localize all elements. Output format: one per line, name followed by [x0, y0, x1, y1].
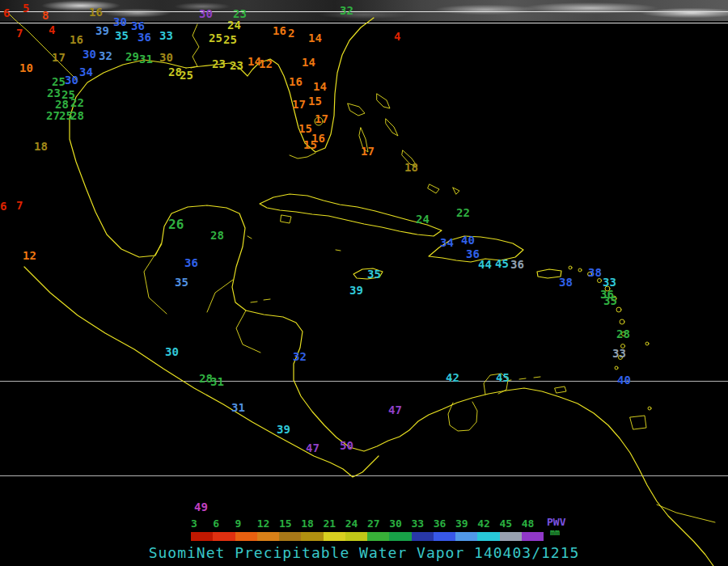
station-pwv-value: 36 [510, 259, 524, 270]
station-pwv-value: 40 [461, 234, 475, 246]
station-pwv-value: 22 [456, 207, 470, 218]
station-pwv-value: 10 [19, 62, 33, 74]
station-pwv-value: 30 [65, 74, 78, 86]
station-pwv-value: 32 [340, 5, 353, 16]
station-pwv-value: 44 [478, 259, 492, 270]
station-pwv-value: 14 [313, 81, 327, 92]
colorbar-segment [345, 532, 367, 541]
station-pwv-value: 49 [194, 501, 208, 513]
station-pwv-value: 45 [495, 258, 509, 269]
station-pwv-value: 31 [231, 402, 245, 413]
station-pwv-value: 32 [99, 50, 112, 61]
colorbar-ticks: 36912151821242730333639424548 [191, 517, 544, 530]
station-pwv-value: 15 [308, 95, 322, 107]
station-pwv-value: 36 [138, 32, 151, 43]
station-pwv-value: 24 [416, 213, 430, 225]
station-pwv-value: 17 [361, 146, 375, 157]
station-pwv-value: 45 [496, 372, 510, 383]
colorbar-segment [477, 532, 499, 541]
station-pwv-value: 12 [259, 58, 273, 70]
colorbar-segment [324, 532, 345, 541]
station-pwv-value: 7 [16, 200, 23, 211]
station-pwv-value: 25 [180, 70, 193, 81]
colorbar-gradient [191, 532, 544, 541]
colorbar-unit-sub-label: mm [550, 528, 560, 537]
station-pwv-value: 8 [42, 10, 49, 21]
station-pwv-value: 14 [308, 32, 322, 44]
station-pwv-value: 34 [79, 66, 93, 78]
station-pwv-value: 38 [588, 267, 602, 278]
station-pwv-value: 50 [340, 440, 353, 451]
map-title: SuomiNet Precipitable Water Vapor 140403… [0, 544, 728, 561]
station-pwv-value: 25 [209, 32, 222, 44]
colorbar-tick-label: 15 [279, 517, 301, 530]
colorbar-tick-label: 48 [522, 517, 544, 530]
station-pwv-value: 36 [131, 20, 145, 32]
station-pwv-value: 39 [349, 285, 363, 296]
station-pwv-value: 16 [289, 76, 303, 87]
station-pwv-value: 14 [302, 57, 315, 68]
station-pwv-value: 36 [184, 257, 198, 268]
station-pwv-value: 18 [34, 141, 48, 152]
station-pwv-value: 35 [115, 30, 129, 41]
station-pwv-value: 24 [227, 19, 241, 31]
station-pwv-value: 22 [70, 97, 84, 108]
station-pwv-value: 18 [404, 162, 418, 173]
station-pwv-value: 29 [125, 51, 139, 62]
colorbar-segment [301, 532, 323, 541]
station-pwv-value: 5 [23, 2, 29, 14]
colorbar-tick-label: 27 [367, 517, 389, 530]
station-pwv-value: 12 [23, 250, 36, 261]
colorbar-segment [434, 532, 455, 541]
station-pwv-value: 35 [603, 295, 617, 306]
station-pwv-value: 6 [3, 7, 10, 19]
station-pwv-value: 39 [277, 424, 290, 435]
colorbar-segment [500, 532, 522, 541]
stations-layer: 6587416161710186712303639353633303229313… [0, 0, 728, 566]
station-pwv-value: 47 [306, 442, 320, 454]
station-pwv-value: 4 [394, 31, 400, 42]
colorbar-tick-label: 9 [235, 517, 257, 530]
station-pwv-value: 30 [165, 346, 179, 357]
station-pwv-value: 26 [168, 218, 184, 231]
pwv-weather-map: 6587416161710186712303639353633303229313… [0, 0, 728, 566]
colorbar-tick-label: 21 [324, 517, 345, 530]
station-pwv-value: 4 [49, 24, 55, 36]
station-pwv-value: 25 [223, 34, 237, 45]
station-pwv-value: 16 [273, 25, 286, 36]
station-pwv-value: 33 [159, 30, 173, 41]
colorbar-tick-label: 6 [213, 517, 235, 530]
colorbar-tick-label: 3 [191, 517, 213, 530]
colorbar-segment [191, 532, 213, 541]
station-pwv-value: 17 [315, 113, 328, 125]
station-pwv-value: 33 [612, 348, 626, 359]
station-pwv-value: 34 [440, 237, 454, 248]
colorbar-tick-label: 24 [345, 517, 367, 530]
station-pwv-value: 35 [175, 277, 188, 288]
station-pwv-value: 17 [292, 99, 306, 110]
station-pwv-value: 28 [55, 99, 69, 110]
station-pwv-value: 23 [233, 8, 247, 19]
colorbar-tick-label: 45 [500, 517, 522, 530]
station-pwv-value: 27 [46, 110, 60, 121]
colorbar-segment [257, 532, 279, 541]
colorbar-segment [389, 532, 411, 541]
colorbar: 36912151821242730333639424548 PWV mm [191, 517, 587, 541]
colorbar-tick-label: 18 [301, 517, 323, 530]
station-pwv-value: 15 [303, 139, 317, 150]
colorbar-segment [213, 532, 235, 541]
station-pwv-value: 31 [210, 376, 224, 387]
station-pwv-value: 31 [139, 53, 153, 65]
station-pwv-value: 16 [89, 6, 103, 18]
station-pwv-value: 39 [95, 25, 109, 36]
colorbar-tick-label: 12 [257, 517, 279, 530]
station-pwv-value: 16 [70, 34, 83, 45]
station-pwv-value: 30 [159, 52, 173, 63]
colorbar-segment [455, 532, 477, 541]
station-pwv-value: 28 [70, 110, 84, 121]
colorbar-segment [279, 532, 301, 541]
colorbar-tick-label: 36 [434, 517, 455, 530]
station-pwv-value: 42 [446, 372, 459, 383]
station-pwv-value: 40 [617, 374, 631, 386]
station-pwv-value: 35 [367, 268, 381, 280]
